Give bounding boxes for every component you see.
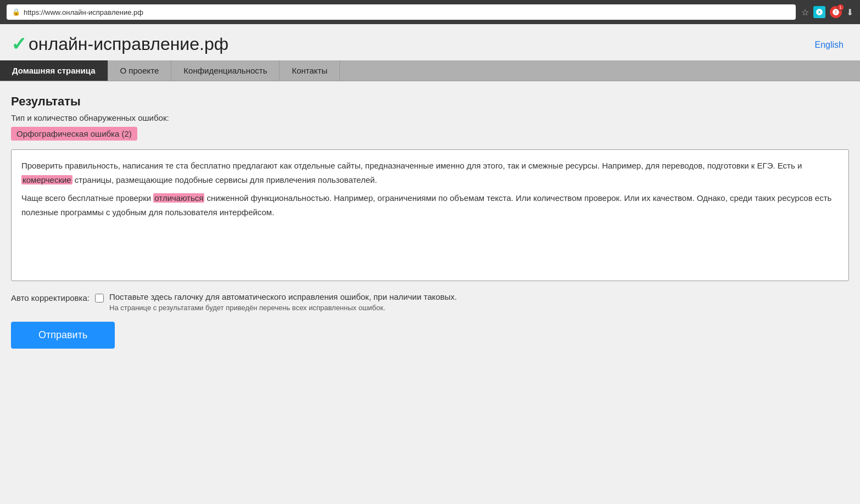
- auto-correct-sub-text: На странице с результатами будет приведё…: [109, 304, 457, 312]
- auto-correct-checkbox[interactable]: [95, 294, 104, 303]
- extension-icon[interactable]: [813, 6, 825, 18]
- results-title: Результаты: [11, 94, 849, 109]
- site-header: ✓ онлайн-исправление.рф English: [0, 24, 860, 55]
- language-link[interactable]: English: [815, 40, 844, 50]
- text-paragraph-1: Проверить правильность, написания те ста…: [21, 159, 839, 187]
- text-paragraph-2: Чаще всего бесплатные проверки отличають…: [21, 191, 839, 219]
- site-title-row: ✓ онлайн-исправление.рф English: [11, 33, 849, 55]
- browser-chrome: 🔒 https://www.онлайн-исправление.рф ☆ 1 …: [0, 0, 860, 24]
- main-content: Результаты Тип и количество обнаруженных…: [0, 81, 860, 360]
- nav-item-privacy[interactable]: Конфиденциальность: [171, 60, 280, 81]
- highlight-word-2: отличаються: [153, 193, 204, 203]
- error-type-label: Тип и количество обнаруженных ошибок:: [11, 113, 849, 122]
- text-content-box: Проверить правильность, написания те ста…: [11, 149, 849, 281]
- page-wrapper: ✓ онлайн-исправление.рф English Домашняя…: [0, 24, 860, 504]
- auto-correct-text-block: Поставьте здесь галочку для автоматическ…: [109, 292, 457, 312]
- text-after-highlight1: страницы, размещающие подобные сервисы д…: [72, 175, 377, 184]
- checkmark-icon: ✓: [11, 33, 26, 55]
- browser-action-icons: ☆ 1 ⬇: [801, 6, 853, 18]
- site-name: онлайн-исправление.рф: [29, 34, 228, 54]
- notification-badge: 1: [837, 4, 844, 11]
- lock-icon: 🔒: [12, 8, 20, 16]
- extension-badge-icon[interactable]: 1: [830, 6, 842, 18]
- address-bar[interactable]: 🔒 https://www.онлайн-исправление.рф: [7, 4, 796, 20]
- site-title: ✓ онлайн-исправление.рф: [11, 33, 228, 55]
- text-before-highlight2: Чаще всего бесплатные проверки: [21, 193, 153, 203]
- error-badge: Орфографическая ошибка (2): [11, 127, 137, 141]
- nav-item-about[interactable]: О проекте: [108, 60, 172, 81]
- url-text: https://www.онлайн-исправление.рф: [24, 8, 143, 16]
- auto-correct-row: Авто корректировка: Поставьте здесь гало…: [11, 292, 849, 312]
- submit-button[interactable]: Отправить: [11, 322, 115, 349]
- nav-item-contacts[interactable]: Контакты: [280, 60, 340, 81]
- auto-correct-main-text: Поставьте здесь галочку для автоматическ…: [109, 292, 457, 301]
- navigation-bar: Домашняя страница О проекте Конфиденциал…: [0, 60, 860, 81]
- star-icon[interactable]: ☆: [801, 7, 809, 18]
- text-before-highlight1: Проверить правильность, написания те ста…: [21, 161, 802, 170]
- nav-item-home[interactable]: Домашняя страница: [0, 60, 108, 81]
- highlight-word-1: комерческие: [21, 175, 72, 184]
- download-icon[interactable]: ⬇: [846, 7, 853, 18]
- auto-correct-label: Авто корректировка:: [11, 293, 90, 303]
